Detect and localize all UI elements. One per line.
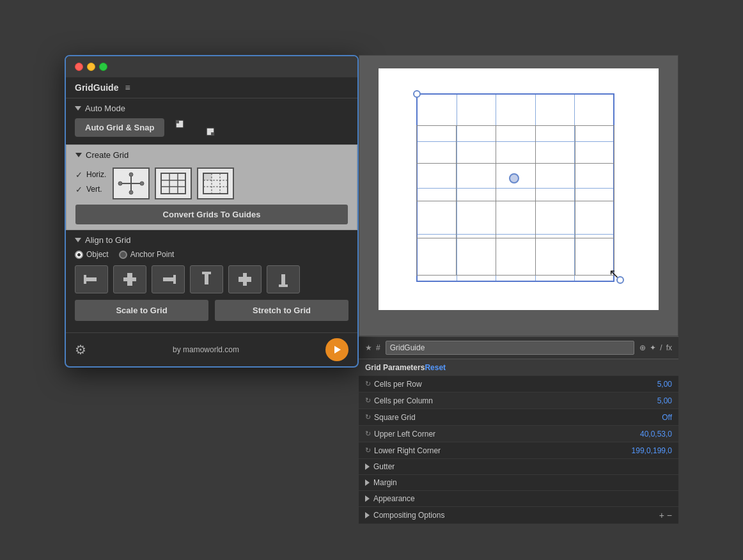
auto-mode-triangle[interactable] — [75, 106, 81, 111]
cells-per-row-row: ↻ Cells per Row 5,00 — [359, 376, 678, 393]
svg-point-9 — [140, 182, 144, 185]
inner-h-0 — [416, 125, 614, 126]
lower-right-label: ↻ Lower Right Corner — [365, 446, 632, 455]
scale-to-grid-button[interactable]: Scale to Grid — [75, 300, 208, 321]
square-grid-text: Square Grid — [374, 413, 416, 422]
lower-right-cycle-icon[interactable]: ↻ — [365, 446, 371, 455]
title-bar — [66, 56, 357, 77]
align-buttons-row — [75, 265, 348, 293]
snap-icon-corner[interactable] — [175, 119, 192, 137]
svg-point-6 — [129, 173, 133, 176]
align-top-button[interactable] — [190, 265, 223, 293]
convert-grids-button[interactable]: Convert Grids To Guides — [75, 205, 348, 224]
settings-icon: ✦ — [650, 343, 656, 352]
traffic-lights — [75, 63, 107, 71]
vert-label: Vert. — [86, 183, 102, 197]
footer-bar: ⚙ by mamoworld.com — [66, 332, 357, 366]
anchor-icon: ⊕ — [639, 343, 646, 352]
radio-anchor-label: Anchor Point — [130, 250, 175, 259]
align-label: Align to Grid — [85, 235, 131, 245]
minus-icon[interactable]: − — [667, 510, 672, 520]
footer-text: by mamoworld.com — [173, 345, 239, 354]
grid-visualization: ↖ — [410, 87, 627, 292]
svg-marker-33 — [334, 346, 341, 354]
lower-right-text: Lower Right Corner — [374, 446, 441, 455]
compositing-triangle — [365, 512, 370, 518]
align-left-button[interactable] — [75, 265, 108, 293]
grid-option-plus[interactable] — [113, 167, 150, 199]
upper-left-value[interactable]: 40,0,53,0 — [640, 430, 672, 439]
vert-checkmark: ✓ — [75, 182, 82, 197]
cells-per-col-value[interactable]: 5,00 — [657, 396, 672, 405]
vert-checkbox-row: ✓ Vert. — [75, 182, 106, 197]
auto-mode-row: Auto Grid & Snap — [75, 118, 348, 137]
grid-option-outer[interactable] — [197, 167, 234, 199]
align-center-button[interactable] — [113, 265, 146, 293]
inner-h-1 — [416, 163, 614, 164]
appearance-row[interactable]: Appearance — [359, 491, 678, 507]
cells-per-row-cycle-icon[interactable]: ↻ — [365, 380, 371, 388]
radio-row: Object Anchor Point — [75, 250, 348, 259]
lower-right-row: ↻ Lower Right Corner 199,0,199,0 — [359, 442, 678, 459]
gutter-label: Gutter — [373, 462, 395, 471]
svg-rect-1 — [176, 120, 179, 123]
align-bottom-button[interactable] — [267, 265, 300, 293]
cells-per-col-row: ↻ Cells per Column 5,00 — [359, 393, 678, 409]
arrow-button[interactable] — [325, 338, 348, 361]
square-grid-row: ↻ Square Grid Off — [359, 409, 678, 426]
compositing-row[interactable]: Compositing Options + − — [359, 507, 678, 524]
grid-option-full[interactable] — [155, 167, 192, 199]
cells-per-row-value[interactable]: 5,00 — [657, 380, 672, 389]
inner-v-2 — [496, 125, 496, 276]
canvas-inner: ↖ — [379, 68, 659, 310]
radio-anchor[interactable]: Anchor Point — [119, 250, 175, 259]
checkboxes-col: ✓ Horiz. ✓ Vert. — [75, 165, 106, 197]
auto-mode-header: Auto Mode — [75, 104, 348, 113]
square-grid-label: ↻ Square Grid — [365, 413, 662, 422]
props-header: ★ # ⊕ ✦ / fx — [359, 337, 678, 359]
svg-rect-22 — [86, 277, 97, 281]
create-grid-label: Create Grid — [86, 150, 129, 160]
upper-left-cycle-icon[interactable]: ↻ — [365, 430, 371, 438]
cells-per-col-cycle-icon[interactable]: ↻ — [365, 396, 371, 405]
inner-v-1 — [456, 125, 457, 276]
inner-v-4 — [575, 125, 575, 276]
margin-row[interactable]: Margin — [359, 475, 678, 491]
maximize-button[interactable] — [99, 63, 107, 71]
snap-icon-corner-2[interactable] — [198, 119, 215, 137]
reset-button[interactable]: Reset — [425, 363, 446, 372]
auto-grid-snap-button[interactable]: Auto Grid & Snap — [75, 118, 164, 137]
stretch-to-grid-button[interactable]: Stretch to Grid — [215, 300, 348, 321]
plugin-header: GridGuide ≡ — [66, 77, 357, 98]
svg-rect-30 — [243, 273, 247, 286]
main-container: GridGuide ≡ Auto Mode Auto Grid & Snap — [65, 55, 678, 524]
close-button[interactable] — [75, 63, 83, 71]
horiz-label: Horiz. — [86, 168, 106, 182]
plus-icon[interactable]: + — [659, 510, 664, 520]
appearance-triangle — [365, 495, 370, 502]
gear-icon[interactable]: ⚙ — [75, 342, 86, 357]
horiz-checkbox-row: ✓ Horiz. — [75, 167, 106, 182]
radio-object[interactable]: Object — [75, 250, 109, 259]
compositing-label: Compositing Options — [373, 511, 444, 520]
create-grid-triangle[interactable] — [75, 153, 82, 157]
svg-rect-20 — [203, 173, 212, 180]
align-middle-button[interactable] — [228, 265, 262, 293]
square-grid-value[interactable]: Off — [662, 413, 672, 422]
square-grid-cycle-icon[interactable]: ↻ — [365, 413, 371, 421]
align-triangle[interactable] — [75, 238, 81, 242]
grid-params-label: Grid Parameters — [365, 363, 425, 372]
align-right-button[interactable] — [152, 265, 185, 293]
gutter-triangle — [365, 463, 370, 470]
star-icon: ★ — [365, 343, 372, 352]
lower-right-value[interactable]: 199,0,199,0 — [632, 446, 672, 455]
minimize-button[interactable] — [87, 63, 95, 71]
gutter-row[interactable]: Gutter — [359, 459, 678, 475]
menu-icon[interactable]: ≡ — [125, 82, 130, 93]
svg-rect-10 — [161, 173, 185, 194]
plugin-name-input[interactable] — [386, 341, 635, 355]
scale-stretch-row: Scale to Grid Stretch to Grid — [75, 300, 348, 321]
svg-point-7 — [129, 191, 133, 194]
svg-rect-28 — [205, 274, 208, 284]
right-side: ↖ ★ # ⊕ ✦ / fx Grid — [359, 55, 678, 524]
